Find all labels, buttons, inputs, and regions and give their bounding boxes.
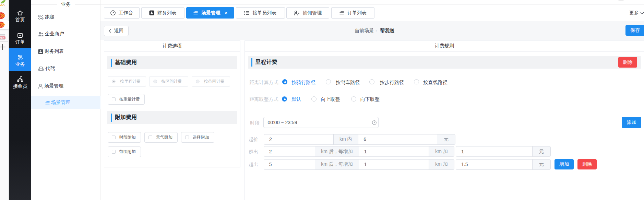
svg-text:GO: GO	[0, 4, 4, 7]
